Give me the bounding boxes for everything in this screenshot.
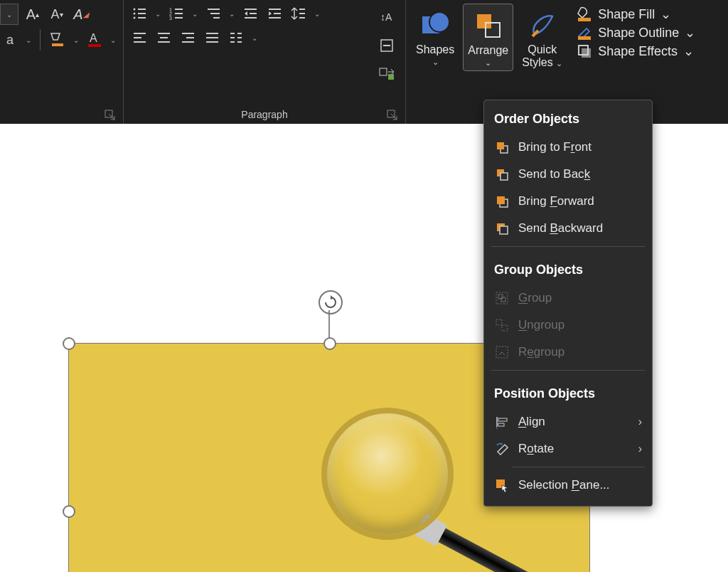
svg-text:↕A: ↕A [380,11,392,23]
svg-point-8 [134,17,136,19]
menu-send-to-back[interactable]: Send to Back [484,161,652,188]
svg-rect-54 [477,14,491,28]
svg-rect-2 [88,44,101,47]
chevron-down-icon: ⌄ [485,58,491,68]
send-backward-icon [494,221,510,236]
shape-fill-button[interactable]: Shape Fill ⌄ [577,6,695,22]
increase-font-icon[interactable]: A▴ [23,4,43,24]
decrease-indent-icon[interactable] [240,4,260,23]
arrange-icon [471,9,505,43]
bring-forward-icon [494,194,510,209]
shapes-icon [418,8,452,42]
font-size-dropdown[interactable]: ⌄ [0,4,18,25]
resize-handle-ml[interactable] [63,505,75,518]
highlight-dropdown-icon[interactable]: ⌄ [72,36,80,44]
svg-rect-75 [498,418,507,421]
svg-rect-58 [582,48,591,58]
svg-rect-57 [578,36,591,40]
shape-effects-icon [577,43,592,59]
svg-rect-68 [496,292,508,304]
columns-icon[interactable] [226,28,246,48]
svg-point-53 [429,12,449,32]
text-direction-icon[interactable]: ↕A [377,7,397,27]
svg-rect-70 [501,297,505,302]
svg-point-4 [134,9,136,11]
rotate-handle[interactable] [318,290,343,314]
font-color-icon[interactable]: A [85,30,105,50]
align-center-icon[interactable] [154,28,173,48]
shape-outline-icon [577,25,592,41]
increase-indent-icon[interactable] [264,4,284,23]
svg-rect-67 [500,226,508,234]
menu-bring-to-front[interactable]: Bring to Front [484,134,652,161]
highlight-icon[interactable] [48,30,68,50]
align-left-icon[interactable] [129,28,149,48]
svg-rect-0 [52,43,63,46]
svg-rect-56 [578,18,591,21]
multilevel-dropdown-icon[interactable]: ⌄ [228,10,236,18]
shape-outline-button[interactable]: Shape Outline ⌄ [577,25,695,41]
align-icon [494,414,510,430]
justify-icon[interactable] [202,28,222,48]
menu-bring-forward[interactable]: Bring Forward [484,188,652,215]
quick-styles-icon [525,8,560,42]
menu-align[interactable]: Align › [484,408,652,435]
font-dialog-launcher-icon[interactable] [105,110,117,122]
line-spacing-icon[interactable] [289,4,309,23]
arrange-label: Arrange [468,44,508,57]
svg-point-6 [134,13,136,15]
numbering-dropdown-icon[interactable]: ⌄ [191,10,199,18]
numbering-icon[interactable]: 123 [166,4,186,23]
bullets-dropdown-icon[interactable]: ⌄ [154,10,162,18]
svg-rect-61 [497,142,504,149]
arrange-menu: Order Objects Bring to Front Send to Bac… [483,100,653,507]
svg-rect-71 [496,319,502,325]
selection-pane-icon [494,477,510,493]
menu-send-backward[interactable]: Send Backward [484,215,652,242]
menu-rotate[interactable]: Rotate › [484,435,652,462]
shape-outline-label: Shape Outline [598,26,679,41]
menu-section-group: Group Objects [484,251,652,285]
menu-selection-pane[interactable]: Selection Pane... [484,472,652,499]
svg-rect-63 [500,173,508,180]
paragraph-dialog-launcher-icon[interactable] [387,110,400,122]
rotate-stem [328,310,330,339]
shape-effects-button[interactable]: Shape Effects ⌄ [577,43,695,59]
font-color-dropdown-icon[interactable]: ⌄ [109,36,117,44]
clear-formatting-icon[interactable]: A◢ [71,4,91,24]
quick-styles-button[interactable]: QuickStyles ⌄ [518,4,567,73]
align-right-icon[interactable] [178,28,198,48]
menu-section-position: Position Objects [484,375,652,408]
resize-handle-tm[interactable] [323,337,336,350]
bullets-icon[interactable] [129,4,149,23]
ungroup-icon [494,317,510,333]
resize-handle-tl[interactable] [63,337,75,350]
svg-rect-76 [498,423,504,426]
menu-group: Group [484,285,652,312]
shape-fill-icon [577,6,592,22]
change-case-dropdown-icon[interactable]: ⌄ [24,36,33,44]
regroup-icon [494,344,510,360]
arrange-button[interactable]: Arrange ⌄ [463,4,513,71]
svg-rect-49 [380,68,387,75]
multilevel-list-icon[interactable] [203,4,223,23]
decrease-font-icon[interactable]: A▾ [47,4,67,24]
bring-to-front-icon [494,139,510,155]
menu-regroup: Regroup [484,339,652,366]
svg-rect-69 [498,295,503,299]
align-text-vertical-icon[interactable] [377,36,397,55]
shapes-label: Shapes [416,43,454,56]
submenu-arrow-icon: › [638,415,642,428]
change-case-icon[interactable]: a [0,30,20,50]
menu-ungroup: Ungroup [484,312,652,339]
shapes-button[interactable]: Shapes ⌄ [412,4,459,70]
svg-rect-72 [502,325,508,331]
columns-dropdown-icon[interactable]: ⌄ [250,34,259,42]
quick-styles-label: QuickStyles ⌄ [522,43,562,70]
line-spacing-dropdown-icon[interactable]: ⌄ [313,10,321,18]
rotate-icon [494,441,510,457]
convert-smartart-icon[interactable] [377,64,397,84]
chevron-down-icon: ⌄ [432,58,439,67]
menu-section-order: Order Objects [484,100,652,134]
svg-rect-50 [388,74,394,80]
